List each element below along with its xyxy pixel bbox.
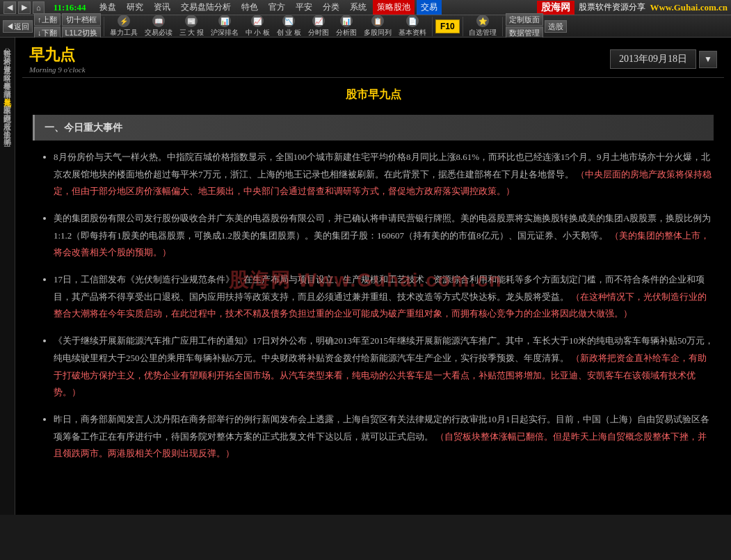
duogu-icon: 📋	[371, 15, 384, 27]
tb2-zhongxiao[interactable]: 📈 中 小 板	[243, 13, 273, 39]
sandabao-icon: 📰	[185, 15, 198, 27]
logo-guhai: 股海网	[537, 1, 575, 15]
sidebar-jinri[interactable]: 今日攻略	[1, 64, 14, 72]
date-display[interactable]: 2013年09月18日	[610, 49, 696, 69]
tb2-back[interactable]: ◀返回	[3, 20, 33, 33]
sidebar-shengzhengu[interactable]: 生诊股	[1, 121, 14, 129]
chuangye-label: 创 业 板	[277, 28, 301, 38]
tb2-sandabao[interactable]: 📰 三 大 报	[177, 13, 207, 39]
nav-guanfang[interactable]: 官方	[264, 0, 289, 15]
sidebar-saiweizhaocan[interactable]: 赛维早餐	[1, 72, 14, 81]
content-area[interactable]: 股海网 Www.Guhai.com.cn 早九点 Morning 9 o'clo…	[15, 38, 731, 515]
sep2	[432, 17, 433, 36]
jiaoyibidu-label: 交易必读	[145, 28, 172, 38]
nav-fenlei[interactable]: 分类	[319, 0, 344, 15]
sidebar-laoguya[interactable]: 老股压	[1, 113, 14, 121]
zixuan-label: 自选管理	[469, 28, 497, 38]
nav-pingan[interactable]: 平安	[291, 0, 316, 15]
duogu-label: 多股同列	[364, 28, 392, 38]
sidebar-gupiaoyisheng[interactable]: 股票医生	[1, 97, 14, 105]
tb2-chuangye[interactable]: 📉 创 业 板	[274, 13, 304, 39]
article-area: 股市早九点 一、今日重大事件 8月份房价与天气一样火热。中指院百城价格指数显示，…	[15, 78, 731, 486]
fenshi-label: 分时图	[308, 28, 329, 38]
baoli-label: 暴力工具	[110, 28, 138, 38]
sep3	[463, 17, 463, 36]
nav-tese[interactable]: 特色	[237, 0, 262, 15]
hushen-label: 沪深排名	[211, 28, 239, 38]
sidebar-qingxingzaoblog[interactable]: 清型早博	[1, 81, 14, 89]
nav-huanpan[interactable]: 换盘	[95, 0, 120, 15]
page-header: 早九点 Morning 9 o'clock 2013年09月18日 ▼	[15, 38, 731, 77]
main-layout: 分时走势 技术分析 财务速览 今日攻略 赛维早餐 清型早博 早九点 股票医生 齐…	[0, 38, 731, 515]
list-item-4: 《关于继续开展新能源汽车推广应用工作的通知》17日对外公布，明确2013年至20…	[54, 333, 714, 401]
fenshi-icon: 📈	[312, 15, 325, 27]
nav-zixun[interactable]: 资讯	[150, 0, 175, 15]
list-item-1: 8月份房价与天气一样火热。中指院百城价格指数显示，全国100个城市新建住宅平均价…	[54, 149, 714, 200]
tb2-baoli[interactable]: ⚡ 暴力工具	[107, 13, 140, 39]
page-title-cn: 早九点	[29, 45, 86, 65]
jiben-label: 基本资料	[399, 28, 426, 38]
baoli-icon: ⚡	[118, 15, 130, 27]
sandabao-label: 三 大 报	[179, 28, 204, 38]
nav-jiaoyi[interactable]: 交易盘陆分析	[177, 0, 235, 15]
sidebar-pengboshi[interactable]: 鹏博士	[1, 129, 14, 136]
chuangye-icon: 📉	[282, 15, 295, 27]
tb2-xuangu[interactable]: 选股	[545, 20, 567, 33]
sep1	[104, 17, 104, 36]
zhongxiao-icon: 📈	[251, 15, 264, 27]
fenxi-label: 分析图	[336, 28, 357, 38]
article-list: 8月份房价与天气一样火热。中指院百城价格指数显示，全国100个城市新建住宅平均价…	[33, 149, 714, 463]
clock: 11:16:44	[54, 2, 86, 13]
zhongxiao-label: 中 小 板	[246, 28, 270, 38]
f10-btn[interactable]: F10	[435, 19, 460, 33]
tb2-fenxi[interactable]: 📊 分析图	[333, 13, 360, 39]
zixuan-icon: ⭐	[476, 15, 489, 27]
section-header-1: 一、今日重大事件	[33, 115, 714, 141]
tb2-fenshi[interactable]: 📈 分时图	[305, 13, 332, 39]
nav-xitong[interactable]: 系统	[346, 0, 371, 15]
tb2-zixuan[interactable]: ⭐ 自选管理	[466, 13, 499, 39]
nav-active-jiaoyi[interactable]: 交易	[417, 0, 442, 15]
sidebar-zaojiudian[interactable]: 早九点	[1, 89, 14, 97]
date-dropdown-arrow[interactable]: ▼	[699, 51, 717, 68]
list-item-2: 美的集团股份有限公司发行股份吸收合并广东美的电器股份有限公司，并已确认将申请民营…	[54, 210, 714, 262]
logo-url: Www.Guhai.com.cn	[650, 2, 728, 13]
tb2-duogu[interactable]: 📋 多股同列	[361, 13, 394, 39]
logo-subtitle: 股票软件资源分享	[579, 1, 645, 13]
tb2-cut10[interactable]: 切十档框	[62, 13, 101, 26]
back-btn[interactable]: ◀	[3, 1, 16, 14]
sidebar-caiwu[interactable]: 财务速览	[1, 56, 14, 64]
left-sidebar: 分时走势 技术分析 财务速览 今日攻略 赛维早餐 清型早博 早九点 股票医生 齐…	[0, 38, 15, 515]
tb2-jiaoyibidu[interactable]: 📖 交易必读	[142, 13, 175, 39]
date-selector[interactable]: 2013年09月18日 ▼	[610, 49, 717, 69]
nav-active-celue[interactable]: 策略股池	[373, 0, 415, 15]
top-bar-left: ◀ ▶ ⌂ 11:16:44 换盘 研究 资讯 交易盘陆分析 特色 官方 平安 …	[3, 0, 442, 15]
nav-yanjiu[interactable]: 研究	[122, 0, 147, 15]
tb2-hushen[interactable]: 📊 沪深排名	[208, 13, 241, 39]
tb2-up[interactable]: ↑上翻	[34, 13, 61, 26]
list-item-5: 昨日，商务部新闻发言人沈丹阳在商务部举行的例行新闻发布会上透露，上海自贸区有关法…	[54, 411, 714, 463]
home-btn[interactable]: ⌂	[33, 1, 45, 14]
hushen-icon: 📊	[218, 15, 231, 27]
article-title: 股市早九点	[33, 85, 714, 105]
jiaoyibidu-icon: 📖	[152, 15, 165, 27]
page-title-en: Morning 9 o'clock	[29, 65, 86, 74]
tb2-dinzhi[interactable]: 定制版面	[506, 13, 543, 26]
toolbar2: ◀返回 ↑上翻 ↓下翻 切十档框 L1L2切换 ⚡ 暴力工具 📖 交易必读 📰 …	[0, 15, 731, 38]
list-item-3: 17日，工信部发布《光伏制造行业规范条件》，在生产布局与项目设立、生产规模和工艺…	[54, 271, 714, 323]
sidebar-qicaipao[interactable]: 齐财跑吧	[1, 105, 14, 113]
jiben-icon: 📄	[406, 15, 419, 27]
sep4	[502, 17, 503, 36]
forward-btn[interactable]: ▶	[18, 1, 31, 14]
sidebar-jishu[interactable]: 技术分析	[1, 47, 14, 56]
tb2-jiben[interactable]: 📄 基本资料	[396, 13, 429, 39]
fenxi-icon: 📊	[340, 15, 353, 27]
sidebar-fenshizushi[interactable]: 分时走势	[1, 39, 14, 47]
